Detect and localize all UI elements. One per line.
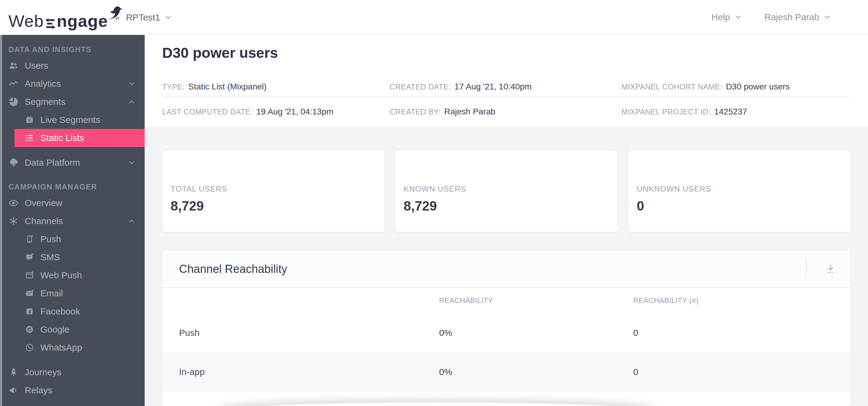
sidebar: DATA AND INSIGHTS Users Analytics Segmen… xyxy=(0,35,145,406)
section-heading-campaign-manager: CAMPAIGN MANAGER xyxy=(0,179,145,194)
page-title: D30 power users xyxy=(162,35,850,77)
facebook-icon xyxy=(25,307,34,316)
download-icon xyxy=(825,264,836,274)
sidebar-item-channels[interactable]: Channels xyxy=(0,212,145,230)
divider xyxy=(806,259,807,279)
column-header-reachability: REACHABILITY xyxy=(439,296,633,305)
table-header-row: REACHABILITY REACHABILITY (#) xyxy=(162,288,850,313)
help-label: Help xyxy=(712,12,730,22)
logo-text-ngage: ngage xyxy=(57,13,108,30)
meta-mixpanel-project-id: MIXPANEL PROJECT ID: 1425237 xyxy=(621,107,850,116)
rocket-icon xyxy=(8,367,19,377)
column-header-reachability-count: REACHABILITY (#) xyxy=(633,296,850,305)
table-row-push: Push 0% 0 xyxy=(162,313,850,352)
page-header: D30 power users TYPE: Static List (Mixpa… xyxy=(145,35,868,127)
sidebar-item-google[interactable]: Google xyxy=(0,320,145,339)
webengage-logo[interactable]: Web ngage xyxy=(8,5,124,30)
segments-icon xyxy=(8,97,19,107)
analytics-icon xyxy=(8,79,19,89)
sidebar-item-push[interactable]: Push xyxy=(0,230,145,248)
panel-header: Channel Reachability xyxy=(162,250,850,288)
sidebar-item-relays[interactable]: Relays xyxy=(0,381,145,399)
sidebar-item-static-lists[interactable]: Static Lists xyxy=(14,129,145,147)
table-row-partial xyxy=(162,392,850,406)
logo-bird-icon xyxy=(107,5,124,21)
sidebar-item-whatsapp[interactable]: WhatsApp xyxy=(0,339,145,357)
meta-row-2: LAST COMPUTED DATE: 19 Aug '21, 04:13pm … xyxy=(162,96,850,127)
sidebar-item-facebook[interactable]: Facebook xyxy=(0,302,145,320)
meta-mixpanel-cohort-name: MIXPANEL COHORT NAME: D30 power users xyxy=(621,82,850,92)
chevron-down-icon xyxy=(128,80,135,88)
chevron-down-icon xyxy=(824,13,831,21)
whatsapp-icon xyxy=(25,343,34,352)
meta-last-computed-date: LAST COMPUTED DATE: 19 Aug '21, 04:13pm xyxy=(162,107,390,116)
chevron-down-icon xyxy=(734,13,742,21)
sidebar-item-segments[interactable]: Segments xyxy=(0,93,145,111)
sidebar-item-web-push[interactable]: Web Push xyxy=(0,266,145,284)
topbar: Web ngage RPTest1 Help Rajesh Parab xyxy=(0,0,868,35)
chevron-down-icon xyxy=(164,13,172,22)
eye-icon xyxy=(8,198,19,208)
sidebar-item-journeys[interactable]: Journeys xyxy=(0,363,145,381)
sidebar-item-email[interactable]: Email xyxy=(0,284,145,302)
chevron-up-icon xyxy=(128,98,135,106)
user-name: Rajesh Parab xyxy=(764,12,819,22)
live-segments-icon xyxy=(25,115,34,125)
megaphone-icon xyxy=(8,385,19,396)
channels-hub-icon xyxy=(8,216,19,226)
stat-card-known-users: KNOWN USERS 8,729 xyxy=(395,150,617,232)
sidebar-item-sms[interactable]: SMS xyxy=(0,248,145,266)
meta-created-date: CREATED DATE: 17 Aug '21, 10:40pm xyxy=(390,82,621,92)
main-content: D30 power users TYPE: Static List (Mixpa… xyxy=(145,35,868,406)
sidebar-item-overview[interactable]: Overview xyxy=(0,194,145,212)
mobile-push-icon xyxy=(25,234,34,244)
project-selector[interactable]: RPTest1 xyxy=(126,0,172,35)
download-button[interactable] xyxy=(820,258,841,280)
sms-bubble-icon xyxy=(25,252,34,262)
table-row-in-app: In-app 0% 0 xyxy=(162,352,850,392)
help-menu[interactable]: Help xyxy=(712,12,742,22)
sidebar-item-live-segments[interactable]: Live Segments xyxy=(0,111,145,129)
section-heading-data-insights: DATA AND INSIGHTS xyxy=(0,42,145,57)
logo-arrows-e-icon xyxy=(45,18,56,29)
chevron-down-icon xyxy=(128,159,135,167)
channel-reachability-panel: Channel Reachability REACHABILITY REACHA… xyxy=(162,250,850,406)
logo-text-web: Web xyxy=(8,13,44,30)
chevron-up-icon xyxy=(128,217,135,225)
static-lists-icon xyxy=(25,133,34,143)
meta-type: TYPE: Static List (Mixpanel) xyxy=(162,82,390,92)
stat-cards: TOTAL USERS 8,729 KNOWN USERS 8,729 UNKN… xyxy=(162,150,850,232)
project-name: RPTest1 xyxy=(126,12,160,23)
sidebar-item-users[interactable]: Users xyxy=(0,57,145,75)
panel-title: Channel Reachability xyxy=(179,263,287,276)
stat-card-unknown-users: UNKNOWN USERS 0 xyxy=(628,150,850,232)
users-icon xyxy=(8,61,19,71)
sidebar-edge xyxy=(0,35,2,406)
browser-window-icon xyxy=(25,270,34,280)
data-platform-icon xyxy=(8,158,19,168)
envelope-icon xyxy=(25,289,34,298)
sidebar-item-data-platform[interactable]: Data Platform xyxy=(0,154,145,172)
google-icon xyxy=(25,325,34,334)
sidebar-item-analytics[interactable]: Analytics xyxy=(0,75,145,93)
stat-card-total-users: TOTAL USERS 8,729 xyxy=(162,150,384,232)
meta-row-1: TYPE: Static List (Mixpanel) CREATED DAT… xyxy=(162,77,850,96)
meta-created-by: CREATED BY: Rajesh Parab xyxy=(390,107,621,116)
user-menu[interactable]: Rajesh Parab xyxy=(764,12,831,22)
content-area: TOTAL USERS 8,729 KNOWN USERS 8,729 UNKN… xyxy=(145,127,868,406)
